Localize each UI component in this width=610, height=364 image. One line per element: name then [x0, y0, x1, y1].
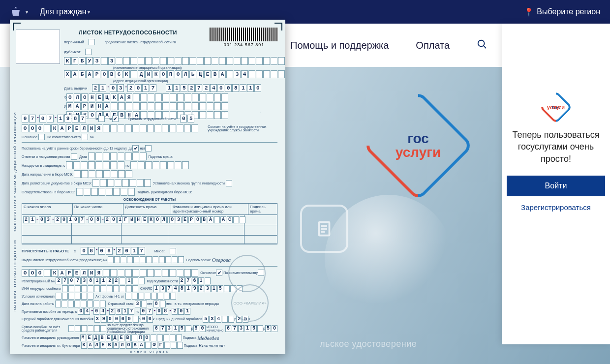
lbl-act: Акт формы Н-1 от — [95, 295, 124, 298]
lbl-avg: Средний заработок для исчисления пособия — [22, 317, 93, 321]
register-link[interactable]: Зарегистрироваться — [507, 203, 605, 212]
chk-yes: ✔ — [132, 145, 139, 152]
total-cells: 67315 — [225, 325, 263, 332]
act-cells — [125, 293, 176, 300]
emp-main: Основное — [200, 271, 216, 274]
mse-dir — [74, 170, 132, 178]
r-to: 07-08-2017 — [73, 216, 129, 223]
gosuslugi-mini-logo: госуслуги — [541, 92, 571, 122]
release-title: ОСВОБОЖДЕНИЕ ОТ РАБОТЫ — [22, 198, 277, 201]
lbl-from: с — [63, 164, 65, 167]
snils-cells: 13748192315 — [153, 285, 243, 292]
region-picker[interactable]: 📍 Выберите регион — [524, 7, 600, 17]
lbl-no: нет — [140, 147, 145, 150]
hosp-from — [66, 161, 124, 169]
chk-m — [98, 116, 105, 122]
gosuslugi-logo: госуслуги — [379, 106, 458, 185]
th-to: По какое число — [73, 204, 123, 215]
dob-cells: 07-07-1987 — [22, 115, 86, 122]
pin-icon: 📍 — [524, 7, 534, 17]
lbl-msereg: Дата регистрации документов в бюро МСЭ: — [22, 182, 92, 185]
side-label-doctor: ЗАПОЛНЯЕТСЯ ВРАЧОМ МЕДИЦИНСКОЙ ОРГАНИЗАЦ… — [13, 112, 20, 232]
hosp-to — [130, 161, 189, 169]
lbl-onreg: Состоит на учёте в государственных учреж… — [208, 125, 267, 132]
employer-cells: ООО КАРЕЛИЯ — [22, 124, 198, 132]
lbl-msehead: Подпись руководителя бюро МСЭ: — [137, 190, 192, 194]
lbl-cond: Условия исчисления — [22, 295, 55, 298]
doctor-signature: Озерова — [212, 257, 231, 263]
lbl-preg: Поставлена на учёт в ранние сроки береме… — [22, 147, 127, 150]
lbl-issued: Выдан листок нетрудоспособности (продолж… — [22, 258, 107, 262]
nav-pay[interactable]: Оплата — [416, 40, 450, 51]
viol-date — [88, 152, 147, 160]
head-cells: МЕДВЕДЕВ ПО — [80, 334, 182, 341]
lbl-to: по — [125, 164, 129, 167]
chevron-down-icon[interactable]: ▾ — [26, 9, 28, 15]
chk-no — [145, 145, 152, 152]
lbl-sig: Подпись — [183, 336, 197, 339]
nav-help[interactable]: Помощь и поддержка — [290, 40, 389, 51]
lbl-num: № — [90, 135, 94, 139]
promo-text: Теперь пользоваться госуслугами очень пр… — [507, 129, 605, 165]
chk-emp-main: ✔ — [216, 270, 222, 276]
hint-org: (наименование медицинской организации) — [113, 66, 285, 69]
surname-cells: ОЛОНЕЦКАЯ — [66, 93, 228, 101]
lbl-part: По совместительству — [47, 135, 81, 139]
r-doc: ОЗЕРОВА АС — [169, 216, 245, 223]
round-stamp-employer: ООО «КАРЕЛИЯ» — [231, 284, 269, 322]
side-label-employer: ЗАПОЛНЯЕТСЯ РАБОТОДАТЕЛЕМ — [13, 240, 20, 311]
chevron-down-icon[interactable]: ▾ — [88, 9, 90, 15]
lbl-inn: ИНН нетрудоспособного — [22, 287, 61, 290]
total-k: 50 — [265, 325, 277, 332]
search-icon[interactable] — [477, 39, 488, 52]
lbl-stazh: Страховой стаж — [108, 302, 134, 305]
chk-other — [170, 248, 176, 254]
lbl-main: Основное — [22, 135, 37, 139]
avg-cells: 390000 — [94, 316, 139, 323]
addr-cells: ХАБАРОВСК ДИКОПОЛЬЦЕВА 34 — [64, 70, 285, 78]
lbl-empsum: Сумма пособия: за счёт средств работодат… — [22, 325, 67, 332]
release-row: 21-03-2017 07-08-2017 ГИНЕКОЛОГ ОЗЕРОВА … — [22, 215, 277, 225]
sick-leave-form: ЛИСТОК НЕТРУДОСПОСОБНОСТИ 001 234 567 89… — [10, 20, 285, 354]
lbl-total: ИТОГО начислено — [207, 325, 224, 332]
lbl-fss: за счёт средств Фонда социального страхо… — [107, 323, 152, 334]
region-label: Выберите регион — [537, 7, 600, 16]
reg-cells: 2707381122 1 — [56, 277, 145, 284]
svg-line-1 — [484, 45, 487, 48]
state-emblem-icon — [10, 6, 22, 18]
r-from: 21-03-2017 — [23, 216, 80, 223]
lbl-acc: Фамилия и инициалы гл. бухгалтера — [22, 344, 80, 347]
fss-k: 50 — [193, 325, 206, 332]
svg-point-0 — [478, 40, 485, 46]
chk-viol — [71, 153, 77, 160]
login-card: госуслуги Теперь пользоваться госуслугам… — [502, 24, 610, 344]
th-pos: Должность врача — [123, 204, 171, 215]
chk-disab — [226, 180, 232, 186]
lbl-continuation: продолжение листка нетрудоспособности № — [105, 40, 177, 44]
lbl-other: Иное: — [154, 249, 165, 253]
issue-date-cells: 21-03-2017 — [92, 84, 156, 92]
audience-switch[interactable]: Для граждан — [40, 7, 87, 16]
acc-cells: КАЛЕВАЛОВА ФГ — [81, 342, 183, 349]
chk-main — [38, 134, 45, 140]
period-to: 07-08-201 — [140, 308, 190, 315]
start-cells — [55, 301, 106, 307]
hint-addr: (адрес медицинской организации) — [113, 79, 285, 83]
sub-cells: 2761 — [179, 277, 211, 284]
lbl-snils: СНИЛС — [140, 287, 152, 290]
chk-primary — [89, 39, 95, 45]
mse-exam — [76, 188, 135, 196]
period-from: 04-04-2017 — [78, 308, 134, 315]
lbl-period: Причитается пособие за период: — [22, 310, 74, 313]
login-button[interactable]: Войти — [507, 176, 605, 196]
acc-signature: Калевалова — [198, 342, 225, 348]
photo-placeholder — [16, 30, 60, 64]
lbl-docsig2: Подпись врача: — [186, 258, 211, 262]
lbl-date: Дата — [79, 155, 87, 158]
lbl-issue-date: Дата выдачи — [64, 86, 88, 91]
name-cells: МАРИНА — [66, 102, 228, 110]
inn-cells — [62, 285, 138, 292]
lbl-msedir: Дата направления в бюро МСЭ: — [22, 173, 73, 176]
lbl-daily: Средний дневной заработок — [156, 317, 202, 321]
lbl-docsig: Подпись врача: — [149, 155, 173, 158]
